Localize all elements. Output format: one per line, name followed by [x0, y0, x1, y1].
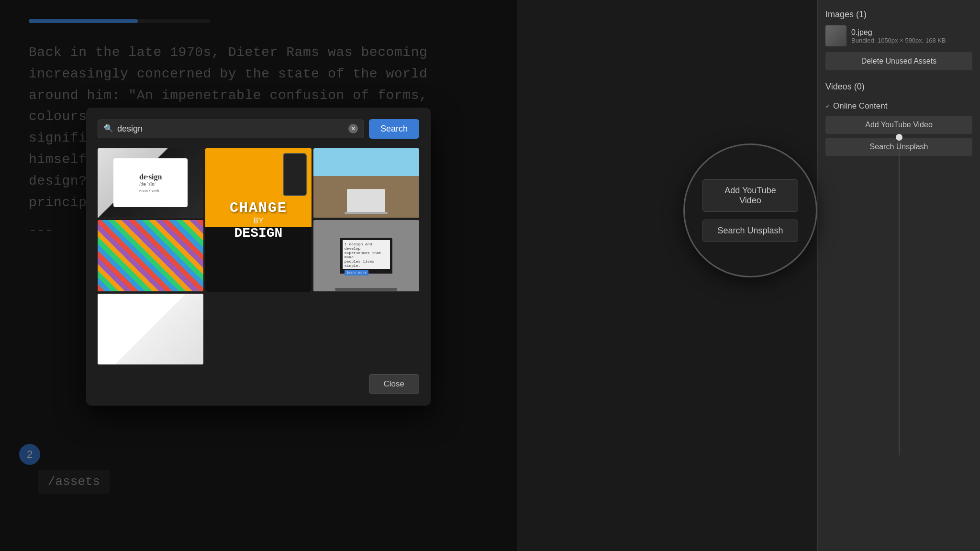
- image-filename: 0.jpeg: [851, 28, 972, 37]
- clear-search-button[interactable]: ✕: [348, 124, 358, 133]
- search-submit-button[interactable]: Search: [369, 119, 419, 139]
- thumb-inner: [825, 25, 846, 46]
- timeline-dot: [896, 134, 902, 141]
- modal-overlay: 🔍 ✕ Search de·sign /də·ˈzīn/ noun • verb: [0, 0, 517, 551]
- add-youtube-video-button[interactable]: Add YouTube Video: [825, 116, 972, 134]
- sidebar: Images (1) 0.jpeg Bundled, 1050px × 590p…: [817, 0, 980, 551]
- search-modal: 🔍 ✕ Search de·sign /də·ˈzīn/ noun • verb: [86, 108, 431, 406]
- image-metadata: Bundled, 1050px × 590px, 168 KB: [851, 37, 972, 44]
- chevron-icon: ✓: [825, 103, 830, 110]
- search-icon: 🔍: [104, 124, 113, 133]
- videos-section-title: Videos (0): [825, 82, 972, 92]
- online-content-header: ✓ Online Content: [825, 101, 972, 111]
- floating-tooltip: Add YouTube Video Search Unsplash: [683, 143, 817, 277]
- search-input[interactable]: [117, 124, 345, 134]
- grid-image-5[interactable]: I design and develop experiences that ma…: [313, 220, 419, 292]
- grid-image-6[interactable]: [98, 294, 203, 364]
- grid-image-4[interactable]: [98, 220, 203, 292]
- delete-unused-assets-button[interactable]: Delete Unused Assets: [825, 52, 972, 70]
- timeline-line: [899, 134, 900, 455]
- images-section-title: Images (1): [825, 10, 972, 20]
- grid-image-2[interactable]: CHANGE BY DESIGN: [205, 148, 311, 292]
- close-modal-button[interactable]: Close: [369, 374, 419, 394]
- image-info: 0.jpeg Bundled, 1050px × 590px, 168 KB: [851, 28, 972, 44]
- image-thumbnail: [825, 25, 846, 46]
- search-bar: 🔍 ✕ Search: [98, 119, 419, 139]
- image-grid: de·sign /də·ˈzīn/ noun • verb CHANGE BY: [98, 148, 419, 364]
- grid-image-3[interactable]: [313, 148, 419, 219]
- tooltip-add-youtube-button[interactable]: Add YouTube Video: [702, 179, 798, 212]
- online-content-title: Online Content: [833, 101, 887, 111]
- tooltip-search-unsplash-button[interactable]: Search Unsplash: [702, 220, 798, 242]
- image-item: 0.jpeg Bundled, 1050px × 590px, 168 KB: [825, 25, 972, 46]
- modal-footer: Close: [98, 374, 419, 394]
- grid-image-1[interactable]: de·sign /də·ˈzīn/ noun • verb: [98, 148, 203, 219]
- search-input-wrapper: 🔍 ✕: [98, 120, 364, 138]
